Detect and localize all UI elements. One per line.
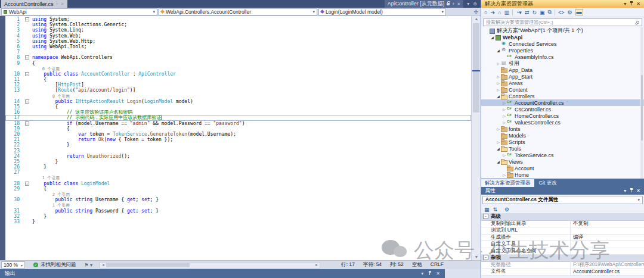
type-dropdown[interactable]: WebApi.Controllers.AccountController ▾ [159,8,317,15]
tree-item-account[interactable]: Account [481,165,644,171]
collapse-all-icon[interactable]: ▣ [540,10,545,15]
tree-item-models[interactable]: Models [481,132,644,139]
collapse-icon[interactable]: ◢ [496,48,501,52]
scroll-right-icon[interactable]: ► [315,263,318,267]
forward-icon[interactable]: ➔ [490,10,495,15]
expand-icon[interactable]: ▷ [501,153,507,157]
close-icon[interactable]: ✕ [457,2,460,7]
close-icon[interactable]: ✕ [636,188,640,193]
history-filter-icon[interactable]: ◔▾ [516,10,522,15]
output-panel-titlebar[interactable]: 输出 ▾ ✕ [0,269,445,278]
eol-indicator[interactable]: CRLF [431,261,444,268]
tree-item-home[interactable]: ▷Home [481,171,644,178]
chevron-down-icon[interactable]: ▾ [624,1,626,7]
tree-item-connected-services[interactable]: Connected Services [481,40,644,47]
tree-item-controllers[interactable]: ◢Controllers [481,93,644,99]
code-editor[interactable]: 1−using System;2using System.Collections… [0,16,471,260]
tree-item-fonts[interactable]: ▷fonts [481,126,644,132]
fold-collapse-icon[interactable]: − [25,99,29,104]
editor-vertical-scrollbar[interactable]: ▲ ▼ [471,16,481,260]
tab-solution-explorer[interactable]: 解决方案资源管理器 [481,179,534,187]
tree-item-assemblyinfo-cs[interactable]: AssemblyInfo.cs [481,54,644,60]
window-options-icon[interactable]: ⊕ [473,1,477,7]
fold-collapse-icon[interactable]: − [25,17,29,21]
preview-selected-items-icon[interactable]: ▬ [575,9,583,15]
chevron-down-icon[interactable]: ▾ [421,271,423,276]
collapse-icon[interactable]: ◢ [490,35,495,39]
chevron-down-icon[interactable]: ▾ [624,188,626,193]
tree-scrollbar[interactable] [640,27,643,179]
back-icon[interactable]: ○ [484,10,487,15]
tab-git-changes[interactable]: Git 更改 [534,179,562,187]
scrollbar-thumb[interactable] [106,263,190,267]
property-pages-icon[interactable]: ⚙ [504,207,509,213]
property-label[interactable]: 高级 [481,213,571,220]
tree-item-tools[interactable]: ◢Tools [481,145,644,152]
property-value[interactable]: 不复制 [571,220,644,227]
tab-list-dropdown-icon[interactable]: ▾ [467,1,469,7]
expand-icon[interactable]: ▷ [501,120,507,124]
tag-filter-icon[interactable]: ⚑ ▾ [85,263,92,268]
pin-icon[interactable] [630,188,633,192]
solution-search-input[interactable]: 搜索解决方案资源管理器(Ctrl+;) [483,18,642,26]
tree-item-properties[interactable]: ◢Properties [481,47,644,54]
property-label[interactable]: 杂项 [481,254,571,261]
tree-item-homecontroller-cs[interactable]: ▷HomeController.cs [481,113,644,119]
tree-item-[interactable]: ▷引用 [481,60,644,67]
tab-accountcontroller[interactable]: AccountController.cs + ✕ [1,0,67,8]
expand-icon[interactable]: ▷ [496,61,501,65]
tree-item-scripts[interactable]: ▷Scripts [481,139,644,145]
zoom-control[interactable]: 100 % ▾ [1,261,25,268]
expand-icon[interactable]: ▷ [501,173,507,177]
scroll-down-icon[interactable]: ▼ [472,254,481,260]
tree-item-cscontroller-cs[interactable]: ▷CsController.cs [481,106,644,113]
fold-collapse-icon[interactable]: − [25,55,29,60]
spaces-indicator[interactable]: 空格 [412,261,422,268]
tree-item-areas[interactable]: ▷Areas [481,80,644,86]
refresh-icon[interactable]: ↻ [532,10,537,15]
tree-item-tokenservice-cs[interactable]: ▷TokenService.cs [481,152,644,158]
scroll-up-icon[interactable]: ▲ [472,16,481,22]
pin-icon[interactable] [630,1,633,5]
expand-icon[interactable]: ▷ [501,114,507,118]
expand-icon[interactable]: ▷ [496,127,501,131]
pin-icon[interactable]: + [452,2,454,6]
expand-icon[interactable]: ▷ [496,88,501,92]
properties-titlebar[interactable]: 属性 ▾ ✕ [481,187,644,195]
properties-object-dropdown[interactable]: AccountController.cs 文件属性 ▾ [482,196,643,204]
close-icon[interactable]: ✕ [636,1,640,7]
home-icon[interactable]: ⌂ [498,10,501,15]
expand-icon[interactable]: ▷ [501,107,507,111]
split-editor-button[interactable]: ✢ [473,9,478,15]
tree-item-content[interactable]: ▷Content [481,86,644,93]
editor-horizontal-scrollbar[interactable]: ◄ ► [100,262,320,268]
tab-apicontroller-preview[interactable]: ApiController [从元数据] + ✕ [385,0,464,8]
fold-collapse-icon[interactable]: − [25,121,29,126]
sync-active-document-icon[interactable]: ⇄ [525,10,530,15]
tree-item-views[interactable]: ◢Views [481,158,644,165]
expand-icon[interactable]: ▷ [496,81,501,85]
properties-icon[interactable]: ⚙ [567,10,572,15]
tree-item-app-start[interactable]: ▷App_Start [481,73,644,80]
pin-icon[interactable] [428,271,431,275]
show-all-files-icon[interactable]: ⧉ [548,9,552,15]
sort-alphabetical-icon[interactable]: ⇅ [493,207,498,213]
tree-item-webapi-1-1[interactable]: 解决方案"WebApi"(1 个项目/共 1 个) [481,27,644,34]
collapse-icon[interactable]: ◢ [496,160,501,164]
switch-views-icon[interactable]: ▥ [504,10,509,15]
collapse-icon[interactable]: ◢ [496,94,501,98]
expand-icon[interactable]: ▷ [496,140,501,144]
property-value[interactable]: AccountController.cs [571,268,644,274]
property-value[interactable]: 编译 [571,234,644,241]
solution-explorer-titlebar[interactable]: 解决方案资源管理器 ▾ ✕ [481,0,644,8]
scrollbar-thumb[interactable] [473,23,479,113]
tree-item-valuescontroller-cs[interactable]: ▷ValuesController.cs [481,119,644,126]
close-icon[interactable]: ✕ [61,2,64,7]
tree-item-accountcontroller-cs[interactable]: ▷AccountController.cs [481,99,644,106]
fold-collapse-icon[interactable]: − [25,182,29,186]
pin-icon[interactable]: + [56,2,58,6]
member-dropdown[interactable]: Login(LoginModel model) ▾ [318,8,446,15]
tree-item-webapi[interactable]: ◢WebApi [481,34,644,40]
categorize-icon[interactable]: ▦ [484,207,490,213]
scroll-left-icon[interactable]: ◄ [101,263,105,267]
